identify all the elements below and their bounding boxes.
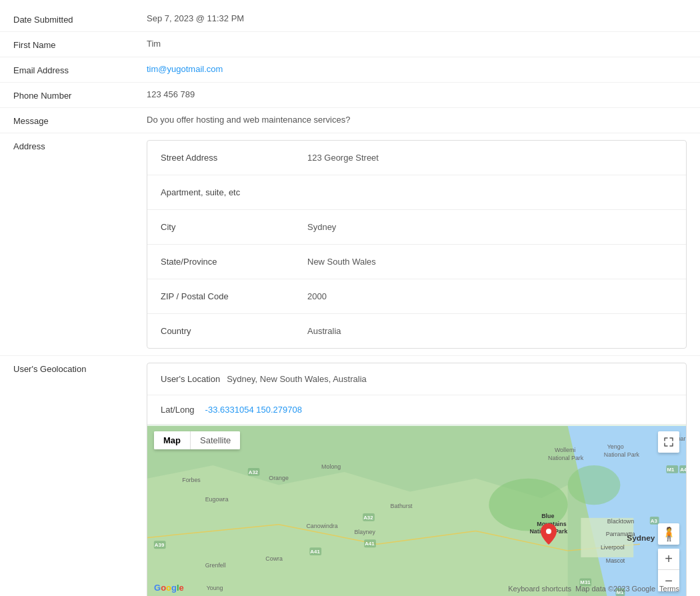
- first-name-value: Tim: [147, 39, 687, 49]
- first-name-row: First Name Tim: [0, 32, 700, 57]
- address-box: Street Address 123 George Street Apartme…: [147, 140, 687, 349]
- address-value: Street Address 123 George Street Apartme…: [147, 140, 687, 349]
- svg-point-56: [546, 529, 551, 534]
- email-row: Email Address tim@yugotmail.com: [0, 57, 700, 83]
- state-row: State/Province New South Wales: [147, 245, 686, 279]
- svg-text:Blayney: Blayney: [354, 529, 375, 535]
- phone-row: Phone Number 123 456 789: [0, 83, 700, 108]
- svg-text:M1: M1: [667, 467, 675, 473]
- fullscreen-button[interactable]: [658, 431, 679, 453]
- phone-value: 123 456 789: [147, 89, 687, 99]
- zoom-in-button[interactable]: +: [658, 549, 679, 570]
- terms-link[interactable]: Terms: [659, 585, 679, 593]
- map-pin: [541, 523, 557, 547]
- svg-text:A41: A41: [310, 549, 320, 555]
- latlong-value[interactable]: -33.6331054 150.279708: [205, 405, 302, 415]
- street-row: Street Address 123 George Street: [147, 141, 686, 175]
- svg-text:Orange: Orange: [269, 475, 289, 481]
- svg-text:A41: A41: [365, 541, 375, 547]
- message-value: Do you offer hosting and web maintenance…: [147, 115, 687, 125]
- svg-text:Cowra: Cowra: [265, 555, 283, 562]
- map-container[interactable]: Wollemi National Park Yengo National Par…: [147, 425, 686, 596]
- svg-text:Blue: Blue: [541, 513, 554, 519]
- address-row: Address Street Address 123 George Street…: [0, 133, 700, 356]
- geo-box: User's Location Sydney, New South Wales,…: [147, 363, 687, 596]
- svg-text:Young: Young: [207, 585, 223, 591]
- svg-text:Mascot: Mascot: [606, 557, 625, 564]
- svg-text:A32: A32: [249, 469, 259, 475]
- zip-value: 2000: [307, 291, 327, 301]
- svg-text:Canowindra: Canowindra: [306, 523, 337, 529]
- state-label: State/Province: [161, 257, 307, 267]
- email-label: Email Address: [13, 64, 147, 75]
- city-label: City: [161, 222, 307, 232]
- phone-label: Phone Number: [13, 89, 147, 101]
- latlong-label: Lat/Long: [161, 405, 195, 415]
- pegman-button[interactable]: 🧍: [658, 523, 679, 545]
- zip-label: ZIP / Postal Code: [161, 291, 307, 301]
- svg-point-9: [568, 465, 621, 505]
- map-footer: Keyboard shortcuts Map data ©2023 Google…: [508, 585, 679, 593]
- svg-text:Blacktown: Blacktown: [607, 518, 634, 525]
- street-value: 123 George Street: [307, 153, 379, 163]
- svg-text:Liverpool: Liverpool: [601, 544, 625, 551]
- svg-text:A32: A32: [363, 515, 373, 521]
- google-logo: Google: [154, 583, 184, 593]
- svg-text:Eugowra: Eugowra: [205, 496, 229, 503]
- apt-row: Apartment, suite, etc: [147, 175, 686, 210]
- country-label: Country: [161, 326, 307, 336]
- map-data-text: Map data ©2023 Google: [575, 585, 655, 593]
- svg-text:National Park: National Park: [548, 455, 584, 461]
- map-type-toggle: Map Satellite: [154, 431, 240, 449]
- map-tab[interactable]: Map: [154, 431, 190, 449]
- country-row: Country Australia: [147, 314, 686, 348]
- svg-text:National Park: National Park: [604, 451, 640, 458]
- city-row: City Sydney: [147, 210, 686, 245]
- first-name-label: First Name: [13, 39, 147, 50]
- apt-label: Apartment, suite, etc: [161, 187, 307, 197]
- svg-text:A43: A43: [680, 467, 686, 473]
- svg-text:A39: A39: [155, 542, 165, 548]
- svg-text:Sydney: Sydney: [627, 533, 655, 543]
- geolocation-content: User's Location Sydney, New South Wales,…: [147, 363, 687, 596]
- zip-row: ZIP / Postal Code 2000: [147, 279, 686, 314]
- svg-text:Grenfell: Grenfell: [205, 562, 226, 569]
- address-label: Address: [13, 140, 147, 151]
- date-submitted-value: Sep 7, 2023 @ 11:32 PM: [147, 13, 687, 23]
- country-value: Australia: [307, 326, 341, 336]
- svg-text:Bathurst: Bathurst: [391, 503, 413, 509]
- city-value: Sydney: [307, 222, 336, 232]
- geolocation-label: User's Geolocation: [13, 363, 147, 374]
- svg-text:Yengo: Yengo: [607, 443, 624, 450]
- satellite-tab[interactable]: Satellite: [191, 431, 240, 449]
- latlong-row: Lat/Long -33.6331054 150.279708: [147, 395, 686, 425]
- message-row: Message Do you offer hosting and web mai…: [0, 108, 700, 133]
- user-location-row: User's Location Sydney, New South Wales,…: [147, 363, 686, 395]
- email-link[interactable]: tim@yugotmail.com: [147, 64, 223, 74]
- message-label: Message: [13, 115, 147, 126]
- street-label: Street Address: [161, 153, 307, 163]
- svg-text:A3: A3: [651, 518, 658, 524]
- geolocation-row: User's Geolocation User's Location Sydne…: [0, 356, 700, 596]
- date-submitted-label: Date Submitted: [13, 13, 147, 25]
- svg-text:Wollemi: Wollemi: [555, 447, 575, 453]
- user-location-label: User's Location: [161, 374, 220, 384]
- state-value: New South Wales: [307, 257, 376, 267]
- email-value: tim@yugotmail.com: [147, 64, 687, 74]
- svg-text:Forbes: Forbes: [182, 477, 201, 483]
- svg-text:Molong: Molong: [321, 463, 341, 470]
- keyboard-shortcuts-link[interactable]: Keyboard shortcuts: [508, 585, 571, 593]
- user-location-value: Sydney, New South Wales, Australia: [227, 374, 367, 384]
- date-submitted-row: Date Submitted Sep 7, 2023 @ 11:32 PM: [0, 7, 700, 32]
